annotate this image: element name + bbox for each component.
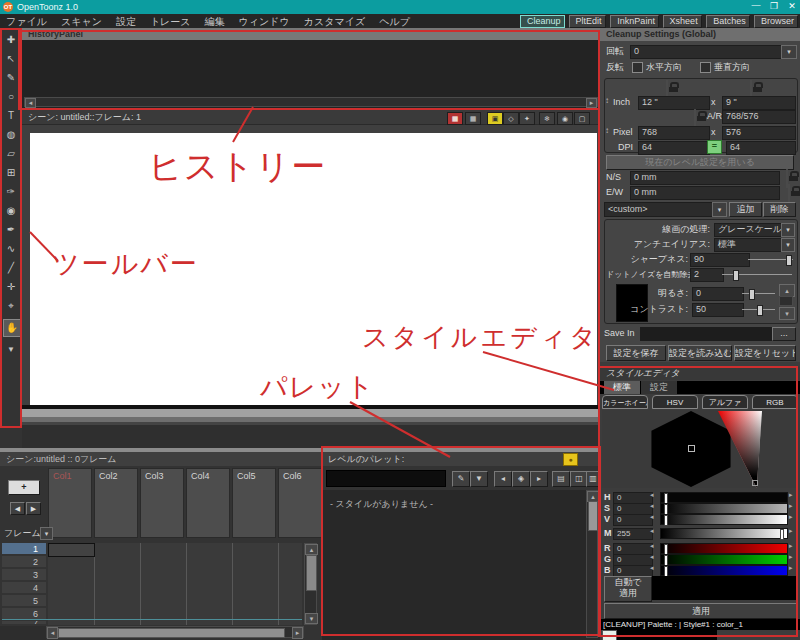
s-inc-icon[interactable]: ▸ xyxy=(789,502,793,510)
use-level-settings-button[interactable]: 現在のレベル設定を用いる xyxy=(606,155,794,170)
camera-view-icon[interactable]: ▣ xyxy=(487,112,503,125)
save-palette-icon[interactable]: ▼ xyxy=(470,471,488,487)
s-dec-icon[interactable]: ◂ xyxy=(650,502,654,510)
b-slider[interactable] xyxy=(660,565,788,576)
v-dec-icon[interactable]: ◂ xyxy=(650,513,654,521)
contrast-slider[interactable] xyxy=(742,309,775,310)
scroll-right-icon[interactable]: ▸ xyxy=(292,627,303,639)
picker-tool[interactable]: ✛ xyxy=(3,279,19,295)
scroll-left-icon[interactable]: ◂ xyxy=(47,627,58,639)
pixel-width-field[interactable]: 768 xyxy=(638,126,710,140)
scroll-down-icon[interactable]: ▾ xyxy=(305,613,318,624)
next-frame-icon[interactable]: ▶ xyxy=(26,502,41,515)
xsheet-cell-grid[interactable] xyxy=(48,543,302,625)
scroll-thumb[interactable] xyxy=(306,555,317,591)
tape-tool[interactable]: ⊞ xyxy=(3,165,19,181)
room-tab-xsheet[interactable]: Xsheet xyxy=(663,15,703,28)
scroll-up-icon[interactable]: ▴ xyxy=(305,544,318,555)
frame-row-1[interactable]: 1 xyxy=(2,543,46,555)
subtab-alpha[interactable]: アルファ xyxy=(702,395,748,409)
menu-file[interactable]: ファイル xyxy=(6,15,47,29)
r-dec-icon[interactable]: ◂ xyxy=(650,542,654,550)
close-button[interactable]: ✕ xyxy=(784,1,800,11)
antialias-dropdown[interactable]: 標準 xyxy=(714,238,784,252)
room-tab-inknpaint[interactable]: InknPaint xyxy=(610,15,658,28)
m-dec-icon[interactable]: ◂ xyxy=(650,527,654,535)
contrast-field[interactable]: 50 xyxy=(692,303,744,317)
preset-dropdown[interactable]: <custom> xyxy=(604,202,716,217)
column-header-col1[interactable]: Col1 xyxy=(48,468,92,538)
reset-settings-button[interactable]: 設定をリセット xyxy=(734,345,796,361)
tab-standard[interactable]: 標準 xyxy=(604,381,640,394)
h-inc-icon[interactable]: ▸ xyxy=(789,491,793,499)
load-settings-button[interactable]: 設定を読み込む xyxy=(668,345,732,361)
brightness-field[interactable]: 0 xyxy=(692,287,744,301)
hexagon-marker[interactable] xyxy=(688,445,695,452)
triangle-marker[interactable] xyxy=(752,480,758,486)
zoom-tool[interactable]: ⌖ xyxy=(3,298,19,314)
minimize-button[interactable]: — xyxy=(748,0,764,10)
history-hscrollbar[interactable]: ◂ ▸ xyxy=(24,97,598,107)
ew-lock-icon[interactable] xyxy=(788,184,790,203)
frame-row-3[interactable]: 3 xyxy=(2,569,46,581)
tab-settings[interactable]: 設定 xyxy=(641,381,677,394)
scroll-thumb[interactable] xyxy=(588,501,598,531)
dpi-equal-icon[interactable]: = xyxy=(707,140,722,154)
r-inc-icon[interactable]: ▸ xyxy=(789,542,793,550)
frame-row-5[interactable]: 5 xyxy=(2,595,46,607)
palette-titlebar[interactable]: レベルのパレット: ● xyxy=(322,452,600,466)
subtab-rgb[interactable]: RGB xyxy=(752,395,798,409)
menu-edit[interactable]: 編集 xyxy=(205,15,225,29)
h-dec-icon[interactable]: ◂ xyxy=(650,491,654,499)
fill-tool[interactable]: ◍ xyxy=(3,127,19,143)
menu-scan[interactable]: スキャン xyxy=(61,15,102,29)
more-tools-arrow[interactable]: ▼ xyxy=(3,342,19,358)
r-slider[interactable] xyxy=(660,543,788,554)
m-field[interactable]: 255 xyxy=(613,528,653,540)
rotate-field[interactable]: 0 xyxy=(630,45,784,59)
preset-add-button[interactable]: 追加 xyxy=(729,202,762,217)
control-point-tool[interactable]: ✒ xyxy=(3,222,19,238)
3d-view-icon[interactable]: ◇ xyxy=(503,112,519,125)
preset-remove-button[interactable]: 削除 xyxy=(763,202,796,217)
ns-field[interactable]: 0 mm xyxy=(630,171,780,185)
ew-field[interactable]: 0 mm xyxy=(630,186,780,200)
menu-help[interactable]: ヘルプ xyxy=(379,15,410,29)
despeckle-field[interactable]: 2 xyxy=(690,268,724,282)
palette-lock-icon[interactable]: ● xyxy=(563,453,578,466)
subtab-hsv[interactable]: HSV xyxy=(652,395,698,409)
camera-table-view-icon[interactable]: ▦ xyxy=(447,112,463,125)
preset-dropdown-icon[interactable]: ▾ xyxy=(712,202,727,217)
m-slider[interactable] xyxy=(660,528,788,539)
cleanup-titlebar[interactable]: Cleanup Settings (Global) xyxy=(600,28,800,41)
frame-row-4[interactable]: 4 xyxy=(2,582,46,594)
rgb-picker-tool[interactable]: ◉ xyxy=(3,203,19,219)
browse-button[interactable]: ... xyxy=(772,327,796,341)
type-tool[interactable]: T xyxy=(3,108,19,124)
aspect-ratio-field[interactable]: 768/576 xyxy=(722,110,796,124)
edit-style-icon[interactable]: ✎ xyxy=(452,471,470,487)
menu-window[interactable]: ウィンドウ xyxy=(239,15,290,29)
brush-tool[interactable]: ✎ xyxy=(3,70,19,86)
s-slider[interactable] xyxy=(660,503,788,514)
column-header-col2[interactable]: Col2 xyxy=(94,468,138,538)
frame-display-dropdown[interactable]: ▾ xyxy=(40,527,53,540)
column-header-col6[interactable]: Col6 xyxy=(278,468,322,538)
v-field[interactable]: 0 xyxy=(613,514,653,526)
room-tab-batches[interactable]: Batches xyxy=(706,15,750,28)
line-processing-dropdown-icon[interactable]: ▾ xyxy=(781,223,795,237)
inch-width-field[interactable]: 12 " xyxy=(638,96,710,110)
rotate-dropdown-icon[interactable]: ▾ xyxy=(781,45,797,59)
room-tab-cleanup[interactable]: Cleanup xyxy=(520,15,565,28)
prev-frame-icon[interactable]: ◀ xyxy=(10,502,25,515)
view-mode-icon[interactable]: ▥ xyxy=(586,471,600,487)
palette-vscrollbar[interactable]: ▴ xyxy=(586,490,598,638)
animate-tool[interactable]: ✚ xyxy=(3,32,19,48)
scroll-left-icon[interactable]: ◂ xyxy=(25,98,36,108)
g-inc-icon[interactable]: ▸ xyxy=(789,553,793,561)
subtab-color-wheel[interactable]: カラーホイール xyxy=(602,395,648,409)
style-editor-titlebar[interactable]: スタイルエディタ xyxy=(600,367,800,380)
column-header-col4[interactable]: Col4 xyxy=(186,468,230,538)
menu-settings[interactable]: 設定 xyxy=(116,15,136,29)
b-dec-icon[interactable]: ◂ xyxy=(650,564,654,572)
